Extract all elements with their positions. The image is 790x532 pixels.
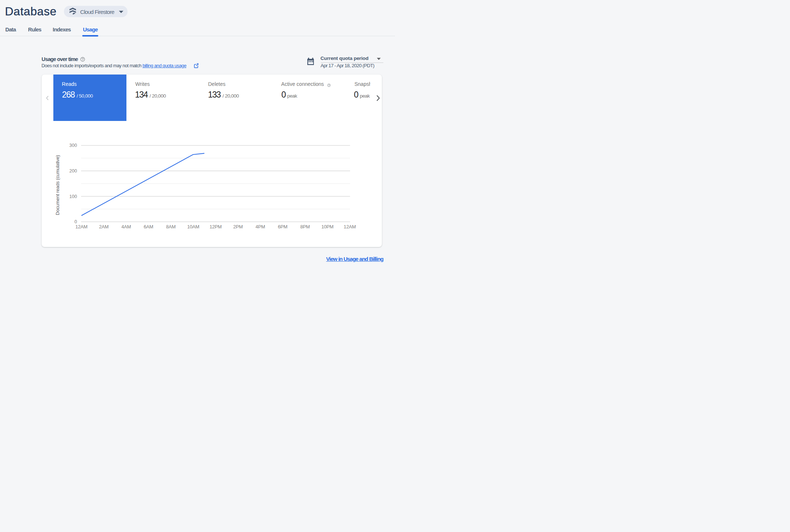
svg-text:6AM: 6AM <box>144 224 153 229</box>
svg-text:2AM: 2AM <box>99 224 109 229</box>
svg-text:300: 300 <box>69 143 77 148</box>
svg-text:4PM: 4PM <box>255 224 265 229</box>
svg-text:10PM: 10PM <box>321 224 333 229</box>
svg-text:8AM: 8AM <box>166 224 176 229</box>
svg-text:12AM: 12AM <box>75 224 87 229</box>
svg-text:6PM: 6PM <box>278 224 288 229</box>
svg-text:200: 200 <box>69 168 77 174</box>
svg-text:12PM: 12PM <box>209 224 221 229</box>
svg-text:100: 100 <box>69 194 77 199</box>
svg-text:10AM: 10AM <box>187 224 199 229</box>
svg-text:8PM: 8PM <box>300 224 310 229</box>
svg-text:4AM: 4AM <box>121 224 131 229</box>
svg-text:Document reads (cumulative): Document reads (cumulative) <box>55 155 60 215</box>
svg-text:2PM: 2PM <box>233 224 243 229</box>
svg-text:12AM: 12AM <box>344 224 356 229</box>
